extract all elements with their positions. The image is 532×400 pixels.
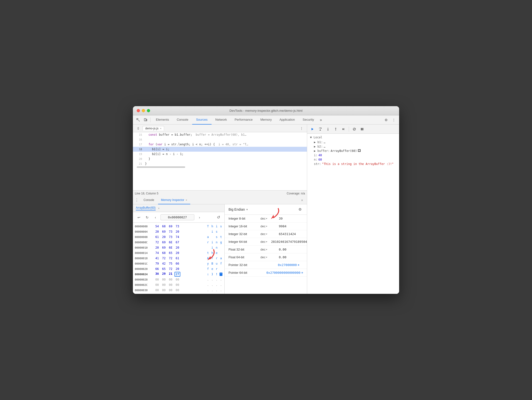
svg-rect-18 bbox=[362, 128, 363, 130]
pointer64-link[interactable]: 0x2700000000000000 ⊕ bbox=[266, 271, 303, 274]
endian-selector[interactable]: Big Endian ▼ bbox=[228, 207, 248, 211]
bottom-tabs: ⋮ Console Memory Inspector × × bbox=[133, 196, 307, 204]
hex-row-00000030: 00000030 00 00 00 00 . bbox=[133, 288, 224, 293]
svg-marker-12 bbox=[335, 128, 336, 128]
customize-button[interactable]: ⋮ bbox=[390, 117, 397, 123]
address-input[interactable] bbox=[160, 214, 194, 220]
tab-security[interactable]: Security bbox=[299, 115, 318, 125]
bottom-panel-toggle[interactable]: ⋮ bbox=[135, 198, 139, 202]
debug-toolbar bbox=[307, 125, 399, 134]
inspector-row-ptr64: Pointer 64-bit 0x2700000000000000 ⊕ bbox=[225, 269, 307, 277]
hex-row-00000020: 00000020 66 65 72 20 f bbox=[133, 266, 224, 272]
maximize-button[interactable] bbox=[147, 109, 150, 112]
step-button[interactable] bbox=[340, 126, 347, 133]
hex-grid: 00000000 54 68 69 73 T bbox=[133, 223, 224, 294]
source-toolbar-right: ⋮ bbox=[298, 125, 305, 132]
file-tab[interactable]: demo-js.js × bbox=[143, 126, 164, 131]
step-into-button[interactable] bbox=[325, 126, 331, 133]
source-more-button[interactable]: ⋮ bbox=[298, 125, 305, 132]
scope-item-buffer: ▶ buffer: ArrayBuffer(60) 🔲 bbox=[310, 149, 396, 153]
settings-button[interactable]: ⚙ bbox=[383, 117, 389, 123]
devtools-body: Elements Console Sources Network Perform… bbox=[133, 115, 399, 294]
tab-console-bottom[interactable]: Console bbox=[141, 196, 157, 204]
data-inspector: Big Endian ▼ ⚙ bbox=[225, 204, 307, 294]
devtools-window: DevTools - memory-inspector.glitch.me/de… bbox=[133, 106, 399, 294]
resume-button[interactable] bbox=[309, 126, 316, 133]
hex-row-00000028: 00000028 00 00 00 00 . bbox=[133, 277, 224, 282]
buffer-memory-icon[interactable]: 🔲 bbox=[358, 149, 361, 153]
source-toolbar: {} demo-js.js × ⋮ bbox=[133, 125, 307, 132]
svg-rect-2 bbox=[146, 119, 147, 121]
tab-memory-inspector[interactable]: Memory Inspector × bbox=[158, 196, 190, 204]
tab-performance[interactable]: Performance bbox=[231, 115, 256, 125]
svg-rect-0 bbox=[137, 119, 138, 120]
hex-row-00000014: 00000014 74 68 65 20 t bbox=[133, 250, 224, 256]
svg-marker-10 bbox=[327, 130, 329, 131]
main-area: {} demo-js.js × ⋮ 15 const buffer = b1 bbox=[133, 125, 399, 294]
main-toolbar: Elements Console Sources Network Perform… bbox=[133, 115, 399, 125]
pointer32-link[interactable]: 0x27000000 ⊕ bbox=[278, 263, 299, 267]
code-line-19: 19 b2[i] = n - i - 1; bbox=[133, 152, 307, 156]
bottom-panel-close[interactable]: × bbox=[299, 197, 305, 203]
inspector-row-int32: Integer 32-bit dec ▾ 654311424 bbox=[225, 230, 307, 238]
deactivate-breakpoints-button[interactable] bbox=[351, 126, 358, 133]
array-buffer-label[interactable]: ArrayBuffer(60) bbox=[136, 206, 156, 210]
format-button[interactable]: {} bbox=[135, 125, 142, 132]
inspector-row-float32: Float 32-bit dec ▾ 0.00 bbox=[225, 246, 307, 253]
scope-item-b2: ▶ b2: … bbox=[310, 144, 396, 149]
step-out-button[interactable] bbox=[332, 126, 339, 133]
device-toggle-button[interactable] bbox=[142, 117, 149, 123]
next-page-button[interactable]: › bbox=[196, 214, 203, 221]
code-line-17: 17 for (var i = str.length; i < n; ++i) … bbox=[133, 142, 307, 147]
scope-local-label: ▼ Local bbox=[310, 136, 396, 139]
window-title: DevTools - memory-inspector.glitch.me/de… bbox=[229, 109, 303, 112]
array-buffer-close[interactable]: × bbox=[158, 207, 160, 210]
more-tabs-button[interactable]: » bbox=[318, 115, 324, 125]
svg-rect-1 bbox=[144, 119, 146, 121]
memory-controls: ↩ ↻ ‹ › ↺ bbox=[133, 212, 224, 223]
inspect-element-button[interactable] bbox=[135, 117, 142, 123]
pause-button[interactable] bbox=[359, 126, 365, 133]
debug-separator bbox=[349, 127, 349, 132]
file-close-button[interactable]: × bbox=[160, 127, 161, 130]
hex-row-00000000: 00000000 54 68 69 73 T bbox=[133, 224, 224, 229]
traffic-lights bbox=[137, 109, 150, 112]
hex-row-00000018: 00000018 41 72 72 61 A bbox=[133, 256, 224, 261]
svg-marker-5 bbox=[312, 128, 313, 130]
inspector-row-float64: Float 64-bit dec ▾ 0.00 bbox=[225, 253, 307, 261]
code-line-15: 15 const buffer = b1.buffer; buffer = Ar… bbox=[133, 132, 307, 137]
undo-nav-button[interactable]: ↩ bbox=[136, 214, 142, 221]
scope-item-str: str: "This is a string in the ArrayBuffe… bbox=[310, 162, 396, 166]
code-line-21: 21 } bbox=[133, 161, 307, 166]
refresh-nav-button[interactable]: ↻ bbox=[144, 214, 150, 221]
tab-memory[interactable]: Memory bbox=[257, 115, 276, 125]
code-editor: 15 const buffer = b1.buffer; buffer = Ar… bbox=[133, 132, 307, 190]
svg-line-16 bbox=[353, 128, 355, 130]
memory-panel: ArrayBuffer(60) × ↩ ↻ ‹ › ↺ bbox=[133, 204, 307, 294]
tab-bar: Elements Console Sources Network Perform… bbox=[152, 115, 324, 125]
toolbar-separator bbox=[150, 118, 151, 122]
tab-elements[interactable]: Elements bbox=[152, 115, 173, 125]
right-panel: ▼ Local ▶ b1: … ▶ b2: … ▶ buffer: ArrayB… bbox=[307, 125, 399, 294]
tab-application[interactable]: Application bbox=[276, 115, 299, 125]
hex-row-00000004: 00000004 20 69 73 20 bbox=[133, 229, 224, 234]
code-line-18: 18 b1[i] = i; bbox=[133, 147, 307, 152]
minimize-button[interactable] bbox=[142, 109, 145, 112]
endian-dropdown-icon: ▼ bbox=[246, 208, 248, 211]
inspector-settings-button[interactable]: ⚙ bbox=[297, 206, 303, 213]
tab-network[interactable]: Network bbox=[212, 115, 231, 125]
reload-button[interactable]: ↺ bbox=[215, 214, 221, 221]
prev-page-button[interactable]: ‹ bbox=[152, 214, 159, 221]
memory-inspector-close[interactable]: × bbox=[186, 199, 187, 201]
inspector-row-int64: Integer 64-bit dec ▾ 2810246167479189504 bbox=[225, 238, 307, 246]
close-button[interactable] bbox=[137, 109, 140, 112]
hex-row-0000002C: 0000002C 00 00 00 00 . bbox=[133, 282, 224, 288]
tab-console[interactable]: Console bbox=[173, 115, 192, 125]
svg-marker-13 bbox=[342, 128, 344, 130]
step-over-button[interactable] bbox=[317, 126, 324, 133]
svg-marker-4 bbox=[271, 215, 274, 219]
line-status: Line 18, Column 5 bbox=[135, 192, 158, 195]
tab-sources[interactable]: Sources bbox=[192, 115, 212, 125]
title-bar: DevTools - memory-inspector.glitch.me/de… bbox=[133, 106, 399, 115]
inspector-row-int16: Integer 16-bit dec ▾ 9984 bbox=[225, 222, 307, 230]
